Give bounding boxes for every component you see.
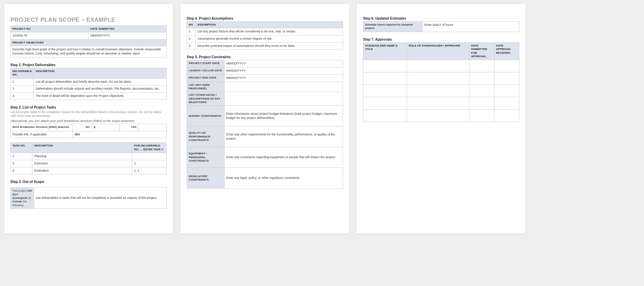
table-row: 2Execution1 [11,160,167,167]
estimate-label: Estimate hours required to complete proj… [363,22,423,32]
out-of-scope-label: This project will NOT accomplish or incl… [11,188,34,209]
table-row [363,110,519,122]
wbs-yes-value [138,124,167,131]
wbs-attached-label: Work Breakdown Structure (WBS) attached [11,124,73,131]
deliverable-no-header: DELIVERABLE NO. [11,68,34,78]
page-1: PROJECT PLAN SCOPE – EXAMPLE PROJECT NO.… [4,4,173,234]
page-3: Step 6. Updated Estimates Estimate hours… [357,4,526,234]
quality-constraints-label: QUALITY OR PERFORMANCE CONSTRAINTS [187,126,225,147]
table-row [363,85,519,97]
constraints-table: PROJECT START DATEMM/DD/YYYY LAUNCH / GO… [187,60,343,188]
provide-link-value: N/A [73,131,167,138]
assumptions-table: NO. ASSUMPTION 1List any project factors… [187,21,343,50]
stakeholder-role-header: ROLE OF STAKEHOLDER / APPROVER [407,42,469,60]
out-of-scope-value: List deliverables or tasks that will not… [34,188,166,209]
step2-note-italic: Alternatively, you can attach your work … [10,119,167,123]
hard-deadlines-label: LIST ANY HARD DEADLINE(S) [187,82,225,92]
wbs-attached-table: Work Breakdown Structure (WBS) attached … [10,124,167,138]
equipment-constraints-value: Enter any constraints regarding equipmen… [224,147,343,168]
table-row [363,60,519,72]
task-for-header: FOR DELIVERABLE NO. … ENTER TASK # [132,143,167,153]
table-row: 2Assumptions generally involve a certain… [187,35,343,43]
budget-constraints-value: Enter information about project budget l… [224,106,343,126]
project-objectives-header: PROJECT OBJECTIVES [11,40,167,46]
table-row: 1Planning [11,153,167,160]
step2-heading: Step 2. List of Project Tasks [10,105,167,109]
step6-heading: Step 6. Updated Estimates [363,17,519,20]
table-row [363,97,519,110]
deliverable-desc-header: DESCRIPTION [34,68,167,78]
launch-date-label: LAUNCH / GO-LIVE DATE [187,68,225,75]
step2-note: List all project tasks to be completed, … [10,110,167,118]
step7-heading: Step 7. Approvals [363,38,519,41]
step3-heading: Step 3. Out of Scope [10,180,167,184]
equipment-constraints-label: EQUIPMENT / PERSONNEL CONSTRAINTS [187,147,225,168]
end-date-value: MM/DD/YYYY [224,74,343,82]
hard-deadlines-value [224,82,343,92]
end-date-label: PROJECT END DATE [187,74,225,82]
table-row: 3The level of detail will be dependent u… [11,93,167,100]
regulatory-constraints-value: Enter any legal, policy, or other regula… [224,168,343,188]
wbs-no-label: NO [73,124,92,131]
stakeholder-name-header: STAKEHOLDER NAME & TITLE [363,42,407,60]
step5-heading: Step 5. Project Constraints [187,55,343,59]
deliverables-table: DELIVERABLE NO. DESCRIPTION 1List all pr… [10,68,167,100]
regulatory-constraints-label: REGULATORY CONSTRAINTS [187,168,225,188]
date-approval-received-header: DATE APPROVAL RECEIVED [494,42,519,60]
document-title: PROJECT PLAN SCOPE – EXAMPLE [10,17,167,23]
task-desc-header: DESCRIPTION [32,143,132,153]
project-no-header: PROJECT NO. [11,26,89,32]
date-submitted-value: MM/DD/YYYY [89,32,167,40]
project-objectives-value: Describe high-level goals of the project… [11,46,167,57]
launch-date-value: MM/DD/YYYY [224,68,343,75]
table-row [363,72,519,85]
wbs-yes-label: YES [120,124,138,131]
estimates-table: Estimate hours required to complete proj… [363,21,519,32]
estimate-value: Enter total # of hours [423,22,519,32]
table-row: 3Describe potential impact of assumption… [187,42,343,50]
assumption-no-header: NO. [187,22,196,28]
other-dates-value [224,92,343,106]
other-dates-label: LIST OTHER DATES / DESCRIPTIONS OF KEY M… [187,92,225,106]
task-no-header: TASK NO. [11,143,32,153]
step4-heading: Step 4. Project Assumptions [187,17,343,20]
date-submitted-header: DATE SUBMITTED [89,26,167,32]
approvals-table: STAKEHOLDER NAME & TITLE ROLE OF STAKEHO… [363,42,519,122]
table-row: 2Deliverables should include outputs and… [11,85,167,93]
quality-constraints-value: Enter any other requirements for the fun… [224,126,343,147]
start-date-label: PROJECT START DATE [187,60,225,68]
project-info-table: PROJECT NO. DATE SUBMITTED 123456-78 MM/… [10,25,167,58]
tasks-table: TASK NO. DESCRIPTION FOR DELIVERABLE NO.… [10,142,167,174]
table-row: 1List all project deliverables and brief… [11,78,167,85]
wbs-no-value: X [92,124,120,131]
date-submitted-approval-header: DATE SUBMITTED FOR APPROVAL [469,42,494,60]
out-of-scope-table: This project will NOT accomplish or incl… [10,187,167,209]
budget-constraints-label: BUDGET CONSTRAINTS [187,106,225,126]
provide-link-label: Provide link, if applicable [11,131,73,138]
assumption-header: ASSUMPTION [196,22,343,28]
table-row: 3Evaluation1, 2 [11,167,167,174]
step1-heading: Step 1. Project Deliverables [10,63,167,67]
start-date-value: MM/DD/YYYY [224,60,343,68]
page-2: Step 4. Project Assumptions NO. ASSUMPTI… [180,4,349,234]
project-no-value: 123456-78 [11,32,89,40]
table-row: 1List any project factors that will be c… [187,28,343,35]
